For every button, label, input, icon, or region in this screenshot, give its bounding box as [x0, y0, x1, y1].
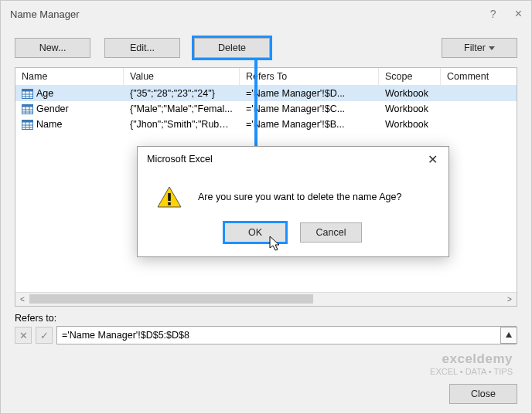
- col-header-scope[interactable]: Scope: [379, 68, 441, 85]
- help-button[interactable]: ?: [490, 8, 496, 20]
- value-cell: {"Jhon";"Smith";"Ruby"...: [124, 118, 240, 131]
- cancel-button[interactable]: Cancel: [300, 222, 362, 243]
- close-button[interactable]: Close: [449, 384, 517, 404]
- footer: Close: [449, 384, 517, 404]
- refers-cell: ='Name Manager'!$C...: [240, 103, 379, 115]
- watermark: exceldemy EXCEL • DATA • TIPS: [430, 352, 513, 376]
- svg-rect-18: [168, 193, 171, 201]
- refers-to-section: Refers to: ✕ ✓: [15, 313, 517, 344]
- dialog-title: Microsoft Excel: [147, 154, 213, 165]
- table-row[interactable]: Gender {"Male";"Male";"Femal... ='Name M…: [15, 101, 517, 117]
- scroll-right-icon[interactable]: >: [503, 293, 517, 306]
- grid-header: Name Value Refers To Scope Comment: [15, 68, 517, 86]
- accept-edit-button[interactable]: ✓: [36, 327, 53, 344]
- svg-rect-19: [168, 202, 171, 205]
- comment-cell: [441, 124, 517, 125]
- dialog-close-button[interactable]: ✕: [423, 151, 442, 168]
- toolbar: New... Edit... Delete Filter: [1, 27, 531, 66]
- scroll-left-icon[interactable]: <: [15, 293, 29, 306]
- warning-icon: [156, 185, 182, 209]
- refers-cell: ='Name Manager'!$D...: [240, 87, 379, 100]
- table-row[interactable]: Age {"35";"28";"23";"24"} ='Name Manager…: [15, 86, 517, 101]
- svg-rect-13: [22, 120, 33, 122]
- col-header-value[interactable]: Value: [124, 68, 240, 85]
- svg-rect-7: [22, 104, 33, 107]
- new-button[interactable]: New...: [15, 38, 90, 58]
- table-row[interactable]: Name {"Jhon";"Smith";"Ruby"... ='Name Ma…: [15, 117, 517, 132]
- dialog-message: Are you sure you want to delete the name…: [198, 192, 401, 202]
- titlebar: Name Manager ? ×: [1, 1, 531, 27]
- delete-button[interactable]: Delete: [194, 38, 270, 58]
- scope-cell: Workbook: [379, 87, 441, 100]
- comment-cell: [441, 93, 517, 94]
- col-header-refers[interactable]: Refers To: [240, 68, 379, 85]
- refers-cell: ='Name Manager'!$B...: [240, 118, 379, 131]
- window-title: Name Manager: [10, 8, 80, 20]
- value-cell: {"35";"28";"23";"24"}: [124, 87, 240, 100]
- collapse-icon: [505, 331, 513, 339]
- col-header-comment[interactable]: Comment: [441, 68, 517, 85]
- name-cell: Age: [36, 88, 53, 99]
- scope-cell: Workbook: [379, 103, 441, 115]
- name-manager-window: Name Manager ? × New... Edit... Delete F…: [0, 0, 532, 414]
- horizontal-scrollbar[interactable]: < >: [15, 292, 517, 306]
- confirm-delete-dialog: Microsoft Excel ✕ Are you sure you want …: [137, 146, 449, 257]
- comment-cell: [441, 108, 517, 110]
- window-close-button[interactable]: ×: [510, 5, 527, 22]
- filter-button[interactable]: Filter: [442, 38, 517, 58]
- table-icon: [22, 120, 33, 130]
- name-cell: Gender: [36, 104, 69, 114]
- collapse-dialog-button[interactable]: [500, 327, 517, 344]
- value-cell: {"Male";"Male";"Femal...: [124, 103, 240, 115]
- table-icon: [22, 89, 33, 99]
- svg-rect-1: [22, 89, 33, 91]
- col-header-name[interactable]: Name: [15, 68, 124, 85]
- scope-cell: Workbook: [379, 118, 441, 131]
- cancel-edit-button[interactable]: ✕: [15, 327, 32, 344]
- dialog-titlebar: Microsoft Excel ✕: [138, 147, 448, 171]
- table-icon: [22, 104, 33, 114]
- edit-button[interactable]: Edit...: [104, 38, 180, 58]
- refers-to-label: Refers to:: [15, 313, 517, 324]
- ok-button[interactable]: OK: [224, 222, 286, 243]
- refers-to-input[interactable]: [56, 326, 517, 344]
- name-cell: Name: [36, 119, 62, 130]
- scroll-thumb[interactable]: [29, 294, 313, 304]
